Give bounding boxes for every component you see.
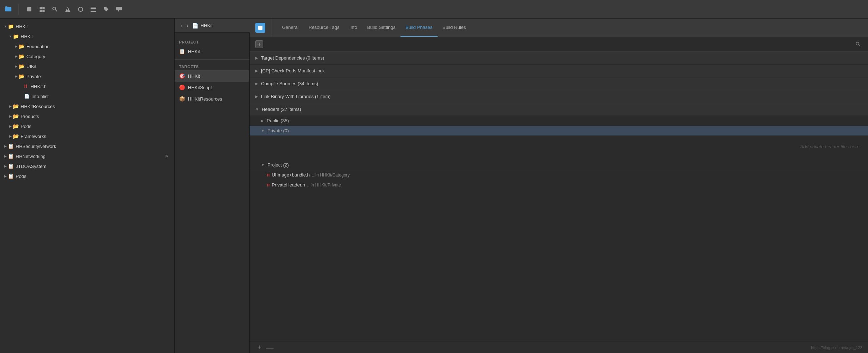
- tree-label: Frameworks: [21, 134, 46, 139]
- phase-label: Link Binary With Libraries (1 item): [261, 94, 331, 99]
- svg-line-6: [56, 10, 57, 11]
- phases-toolbar: +: [250, 37, 868, 52]
- tree-item-frameworks[interactable]: ▶ 📂 Frameworks: [0, 131, 174, 141]
- phase-row-check-pods[interactable]: ▶ [CP] Check Pods Manifest.lock: [250, 65, 868, 77]
- tree-item-hhsecuritynetwork[interactable]: ▶ 📋 HHSecurityNetwork: [0, 141, 174, 151]
- sub-label: Project (2): [267, 162, 289, 168]
- phase-label: Compile Sources (34 items): [261, 81, 318, 86]
- warning-icon[interactable]: [64, 5, 72, 13]
- tree-item-info-plist[interactable]: 📄 Info.plist: [0, 91, 174, 101]
- tree-item-pods[interactable]: ▶ 📂 Pods: [0, 121, 174, 131]
- sub-disclosure-icon: ▼: [261, 129, 265, 133]
- svg-rect-1: [40, 7, 42, 9]
- add-phase-button[interactable]: +: [255, 40, 263, 48]
- tree-item-products[interactable]: ▶ 📂 Products: [0, 111, 174, 121]
- tree-item-category[interactable]: ▶ 📂 Category: [0, 51, 174, 61]
- tree-item-uikit[interactable]: ▶ 📂 UIKit: [0, 61, 174, 71]
- tree-disclosure: ▶: [14, 65, 19, 68]
- file-tree: ▼ 📁 HHKit ▼ 📁 HHKit ▶ 📂 Foundation ▶ 📂 C…: [0, 19, 175, 353]
- target-icon-box: [255, 19, 271, 37]
- tree-disclosure: ▶: [3, 144, 8, 148]
- stop-icon[interactable]: [25, 5, 33, 13]
- nav-forward-icon[interactable]: ›: [185, 22, 190, 29]
- resources-icon: 📦: [179, 96, 185, 102]
- tree-item-hhkitresources[interactable]: ▶ 📂 HHKitResources: [0, 101, 174, 111]
- tab-build-settings[interactable]: Build Settings: [362, 19, 400, 37]
- script-icon: 🔴: [179, 85, 185, 90]
- file-name: UIImage+bundle.h: [272, 172, 310, 178]
- remove-button[interactable]: —: [266, 344, 274, 352]
- svg-rect-3: [40, 10, 42, 12]
- h-file-icon: H: [267, 183, 270, 187]
- project-icon: 📋: [8, 173, 14, 179]
- sub-row-public[interactable]: ▶ Public (35): [250, 116, 868, 126]
- speech-icon[interactable]: [115, 5, 123, 13]
- tree-badge-m: M: [165, 154, 172, 158]
- tree-item-private[interactable]: ▶ 📂 Private: [0, 71, 174, 81]
- file-row-privateheader[interactable]: H PrivateHeader.h ...in HHKit/Private: [250, 180, 868, 190]
- tree-item-pods-root[interactable]: ▶ 📋 Pods: [0, 171, 174, 181]
- content-area: + ▶ Target Dependencies (0 items) ▶ [CP]…: [250, 19, 868, 353]
- search-phases-button[interactable]: [854, 40, 862, 48]
- project-item-hhkit-project[interactable]: 📋 HHKit: [175, 46, 249, 57]
- tree-disclosure: ▶: [14, 45, 19, 48]
- add-button[interactable]: +: [255, 344, 263, 352]
- project-item-hhkit-target[interactable]: 🎯 HHKit: [175, 70, 249, 82]
- project-item-hhkitscript[interactable]: 🔴 HHKitScript: [175, 82, 249, 93]
- tab-resource-tags[interactable]: Resource Tags: [303, 19, 344, 37]
- tree-disclosure: ▶: [8, 104, 13, 108]
- phase-disclosure-icon: ▶: [255, 82, 258, 86]
- folder-icon[interactable]: [4, 5, 12, 13]
- folder-icon: 📂: [19, 44, 25, 49]
- tree-item-hhkit-h[interactable]: H HHKit.h: [0, 81, 174, 91]
- phase-row-headers[interactable]: ▼ Headers (37 items): [250, 103, 868, 116]
- circle-icon[interactable]: [77, 5, 85, 13]
- tab-general[interactable]: General: [277, 19, 303, 37]
- h-file-icon: H: [267, 173, 270, 177]
- sub-label: Private (0): [267, 128, 289, 133]
- grid-icon[interactable]: [38, 5, 46, 13]
- folder-icon: 📂: [13, 113, 19, 119]
- svg-rect-8: [67, 8, 68, 10]
- tab-info[interactable]: Info: [344, 19, 362, 37]
- folder-icon: 📂: [19, 53, 25, 59]
- svg-rect-14: [91, 11, 96, 12]
- phase-row-link-binary[interactable]: ▶ Link Binary With Libraries (1 item): [250, 90, 868, 103]
- tree-item-hhkit[interactable]: ▼ 📁 HHKit: [0, 31, 174, 41]
- tree-label: HHKit.h: [31, 84, 47, 89]
- nav-title: 📄 HHKit: [192, 23, 213, 29]
- search-toolbar-icon[interactable]: [51, 5, 59, 13]
- phase-row-compile-sources[interactable]: ▶ Compile Sources (34 items): [250, 77, 868, 90]
- tag-icon[interactable]: [102, 5, 110, 13]
- tree-label: UIKit: [26, 64, 36, 69]
- project-item-hhkitresources[interactable]: 📦 HHKitResources: [175, 93, 249, 104]
- tree-label: Private: [26, 74, 41, 79]
- target-icon: 🎯: [179, 73, 185, 79]
- sub-row-project[interactable]: ▼ Project (2): [250, 160, 868, 170]
- nav-back-icon[interactable]: ‹: [179, 22, 184, 29]
- folder-icon: 📂: [19, 73, 25, 79]
- tree-label: HHSecurityNetwork: [16, 144, 56, 149]
- resources-label: HHKitResources: [188, 96, 222, 102]
- h-file-icon: H: [24, 84, 27, 89]
- tree-item-hhkit-root[interactable]: ▼ 📁 HHKit: [0, 21, 174, 31]
- tree-item-foundation[interactable]: ▶ 📂 Foundation: [0, 41, 174, 51]
- file-row-uiimage[interactable]: H UIImage+bundle.h ...in HHKit/Category: [250, 170, 868, 180]
- tree-item-jtdoasystem[interactable]: ▶ 📋 JTDOASystem: [0, 161, 174, 171]
- phase-row-target-deps[interactable]: ▶ Target Dependencies (0 items): [250, 52, 868, 65]
- tab-build-rules[interactable]: Build Rules: [438, 19, 471, 37]
- list-icon[interactable]: [90, 5, 97, 13]
- tree-disclosure: ▼: [8, 35, 13, 38]
- svg-rect-0: [27, 7, 31, 11]
- url-text: https://blog.csdn.net/qjm_123: [811, 346, 862, 350]
- tab-build-phases[interactable]: Build Phases: [400, 19, 438, 37]
- phase-label: [CP] Check Pods Manifest.lock: [261, 68, 325, 73]
- svg-marker-16: [118, 10, 119, 12]
- tree-label: HHNetworking: [16, 154, 46, 159]
- svg-line-19: [859, 45, 860, 46]
- targets-section-label: TARGETS: [175, 62, 249, 70]
- sep1: [19, 4, 19, 15]
- sub-row-private[interactable]: ▼ Private (0): [250, 126, 868, 136]
- nav-arrows: ‹ ›: [179, 22, 189, 29]
- tree-item-hhnetworking[interactable]: ▶ 📋 HHNetworking M: [0, 151, 174, 161]
